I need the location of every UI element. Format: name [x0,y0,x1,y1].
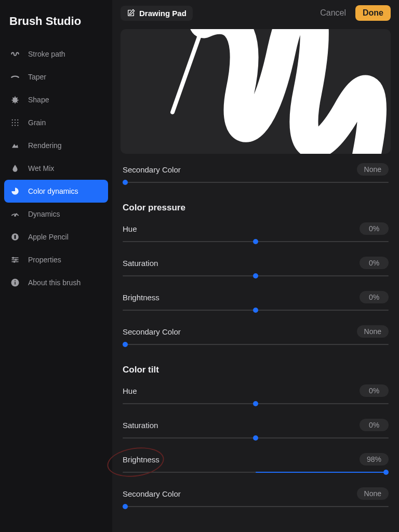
dynamics-icon [10,209,20,219]
slider-value[interactable]: 0% [360,222,389,235]
apple-pencil-icon [10,232,20,242]
slider-track[interactable] [123,341,389,348]
sidebar-item-apple-pencil[interactable]: Apple Pencil [4,225,108,248]
sidebar-item-dynamics[interactable]: Dynamics [4,203,108,225]
sidebar-item-label: Grain [28,118,46,127]
svg-point-3 [12,122,13,123]
slider-value[interactable]: None [357,487,389,500]
sidebar-item-label: Taper [28,73,46,81]
slider-secondary-color-top: Secondary Color None [123,163,389,186]
slider-value[interactable]: None [357,163,389,176]
sidebar-item-color-dynamics[interactable]: Color dynamics [4,180,108,203]
section-title-pressure: Color pressure [123,203,389,213]
slider-label: Secondary Color [123,327,181,336]
sidebar-item-label: Shape [28,96,49,104]
slider-track[interactable] [123,400,389,407]
svg-point-5 [17,122,18,123]
main-panel: Drawing Pad Cancel Done Secondary Color … [112,0,399,532]
slider-tilt-saturation: Saturation 0% [123,419,389,442]
sidebar-item-label: About this brush [28,278,81,287]
svg-point-0 [12,119,13,121]
shape-icon [10,95,20,104]
slider-thumb[interactable] [123,180,128,185]
slider-pressure-saturation: Saturation 0% [123,257,389,280]
slider-thumb[interactable] [383,470,389,475]
sidebar: Brush Studio Stroke path Taper Shape [0,0,112,532]
wet-mix-icon [10,164,20,173]
sidebar-item-stroke-path[interactable]: Stroke path [4,43,108,65]
slider-track[interactable] [123,307,389,314]
slider-value[interactable]: 0% [360,291,389,303]
slider-track[interactable] [123,238,389,245]
slider-label: Brightness [123,455,159,464]
slider-track[interactable] [123,179,389,186]
sidebar-title: Brush Studio [0,4,112,43]
slider-track[interactable] [123,503,389,510]
svg-point-7 [15,125,16,126]
sidebar-item-shape[interactable]: Shape [4,88,108,111]
sidebar-item-label: Dynamics [28,210,60,218]
slider-tilt-secondary-color: Secondary Color None [123,487,389,510]
sidebar-item-label: Properties [28,256,61,264]
sidebar-item-wet-mix[interactable]: Wet Mix [4,157,108,180]
slider-label: Saturation [123,259,158,268]
slider-track[interactable] [123,434,389,442]
grain-icon [10,118,20,127]
svg-rect-12 [15,235,16,239]
slider-label: Hue [123,387,137,395]
slider-track[interactable] [123,272,389,280]
slider-thumb[interactable] [253,273,258,278]
slider-label: Secondary Color [123,489,181,498]
slider-label: Hue [123,224,137,233]
slider-thumb[interactable] [253,308,258,313]
drawing-pad-button[interactable]: Drawing Pad [121,6,193,21]
slider-pressure-hue: Hue 0% [123,222,389,245]
slider-value[interactable]: 0% [360,384,389,397]
cancel-button[interactable]: Cancel [318,5,348,21]
sidebar-item-about[interactable]: About this brush [4,271,108,294]
section-title-tilt: Color tilt [123,365,389,375]
svg-point-21 [15,280,16,281]
brush-preview[interactable] [121,29,391,154]
svg-point-1 [15,119,16,121]
slider-thumb[interactable] [253,435,258,441]
settings-content: Secondary Color None Color pressure Hue … [117,163,394,532]
brush-stroke-preview-icon [121,29,391,154]
svg-point-8 [17,125,18,126]
sidebar-items: Stroke path Taper Shape Grain [0,43,112,294]
properties-icon [10,255,20,264]
slider-pressure-secondary-color: Secondary Color None [123,325,389,348]
slider-thumb[interactable] [123,504,128,509]
slider-value[interactable]: 98% [360,453,389,466]
slider-label: Secondary Color [123,165,181,174]
svg-point-17 [15,259,16,260]
slider-pressure-brightness: Brightness 0% [123,291,389,314]
slider-thumb[interactable] [123,342,128,347]
sidebar-item-properties[interactable]: Properties [4,248,108,271]
sidebar-item-label: Stroke path [28,50,65,58]
sidebar-item-rendering[interactable]: Rendering [4,134,108,157]
info-icon [10,278,20,287]
slider-value[interactable]: 0% [360,257,389,269]
stroke-path-icon [10,49,20,59]
slider-value[interactable]: None [357,325,389,338]
topbar-actions: Cancel Done [318,5,391,21]
taper-icon [10,72,20,82]
topbar: Drawing Pad Cancel Done [117,0,394,26]
slider-thumb[interactable] [253,239,258,244]
slider-label: Saturation [123,421,158,430]
sidebar-item-grain[interactable]: Grain [4,111,108,134]
svg-rect-20 [15,282,16,285]
slider-label: Brightness [123,293,159,302]
svg-point-2 [17,119,18,121]
slider-track[interactable] [123,469,389,476]
slider-tilt-brightness: Brightness 98% [123,453,389,476]
sidebar-item-label: Apple Pencil [28,233,69,241]
svg-point-4 [15,122,16,123]
slider-value[interactable]: 0% [360,419,389,431]
sidebar-item-taper[interactable]: Taper [4,65,108,88]
done-button[interactable]: Done [355,5,391,21]
sidebar-item-label: Wet Mix [28,164,54,172]
color-dynamics-icon [10,187,20,196]
slider-thumb[interactable] [253,401,258,406]
